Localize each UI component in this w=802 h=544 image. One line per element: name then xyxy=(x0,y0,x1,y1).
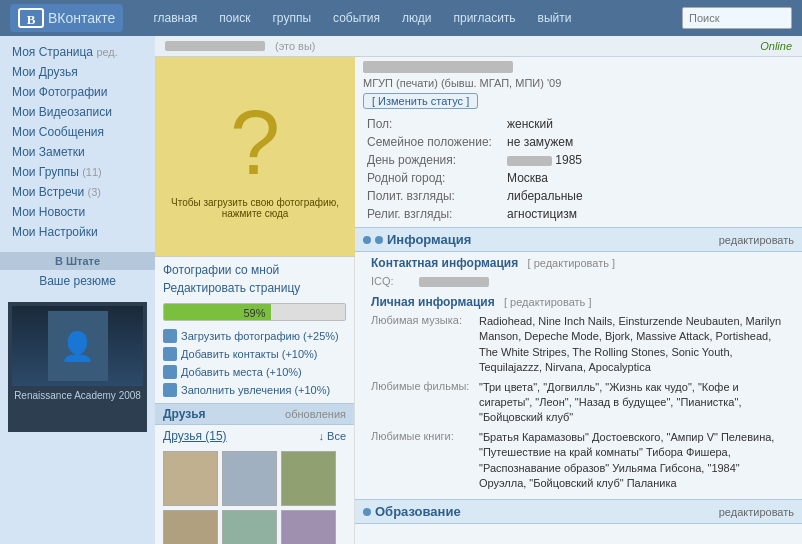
profile-photo-area[interactable]: ? Чтобы загрузить свою фотографию, нажми… xyxy=(155,57,355,257)
music-row: Любимая музыка: Radiohead, Nine Inch Nai… xyxy=(371,312,786,378)
education-section-title: Образование xyxy=(363,504,461,519)
sidebar-status-section: В Штате Ваше резюме xyxy=(0,242,155,296)
personal-edit[interactable]: [ редактировать ] xyxy=(504,296,591,308)
sidebar-resume-link[interactable]: Ваше резюме xyxy=(0,272,155,290)
friend-thumb-4[interactable] xyxy=(163,510,218,544)
nav-search[interactable]: поиск xyxy=(209,3,260,33)
friends-thumbs xyxy=(155,447,354,510)
films-row: Любимые фильмы: "Три цвета", "Догвилль",… xyxy=(371,378,786,428)
logo: В ВКонтакте xyxy=(0,4,133,32)
upload-hint: Чтобы загрузить свою фотографию, нажмите… xyxy=(155,195,355,221)
friend-thumb-1[interactable] xyxy=(163,451,218,506)
basic-info-table: Пол: женский Семейное положение: не заму… xyxy=(363,115,794,223)
info-edit-link[interactable]: редактировать xyxy=(719,234,794,246)
sidebar-ad: 👤 Renaissance Academy 2008 xyxy=(8,302,147,432)
task-list: Загрузить фотографию (+25%) Добавить кон… xyxy=(163,327,346,399)
icq-row: ICQ: xyxy=(371,273,786,289)
progress-label: 59% xyxy=(164,304,345,321)
nav-events[interactable]: события xyxy=(323,3,390,33)
city-label: Родной город: xyxy=(363,169,503,187)
films-value: "Три цвета", "Догвилль", "Жизнь как чудо… xyxy=(479,380,786,426)
ad-image: 👤 xyxy=(12,306,143,386)
profile-top-bar: (это вы) Online xyxy=(155,36,802,57)
sidebar-item-photos[interactable]: Мои Фотографии xyxy=(0,82,155,102)
profile-right-col: МГУП (печати) (бывш. МГАП, МПИ) '09 [ Из… xyxy=(355,57,802,544)
birthday-year: 1985 xyxy=(555,153,582,167)
friends-all[interactable]: ↓ Все xyxy=(318,430,346,442)
task-contacts: Добавить контакты (+10%) xyxy=(163,345,346,363)
search-input[interactable] xyxy=(682,7,792,29)
sidebar-item-notes[interactable]: Мои Заметки xyxy=(0,142,155,162)
profile-left-col: ? Чтобы загрузить свою фотографию, нажми… xyxy=(155,57,355,544)
books-value: "Братья Карамазовы" Достоевского, "Ампир… xyxy=(479,430,786,492)
education-section-header: Образование редактировать xyxy=(355,499,802,524)
edu-info: МГУП (печати) (бывш. МГАП, МПИ) '09 xyxy=(363,77,794,89)
sidebar-item-videos[interactable]: Мои Видеозаписи xyxy=(0,102,155,122)
nav-groups[interactable]: группы xyxy=(262,3,321,33)
nav-home[interactable]: главная xyxy=(143,3,207,33)
books-row: Любимые книги: "Братья Карамазовы" Досто… xyxy=(371,428,786,494)
nav-invite[interactable]: пригласить xyxy=(443,3,525,33)
family-label: Семейное положение: xyxy=(363,133,503,151)
photo-placeholder-icon: ? xyxy=(230,92,280,195)
films-label: Любимые фильмы: xyxy=(371,380,471,426)
profile-body: ? Чтобы загрузить свою фотографию, нажми… xyxy=(155,57,802,544)
friend-thumb-2[interactable] xyxy=(222,451,277,506)
friends-section-title: Друзья xyxy=(163,407,206,421)
profile-name-blurred xyxy=(165,41,265,51)
sidebar: Моя Страница ред. Мои Друзья Мои Фотогра… xyxy=(0,36,155,544)
contact-subtitle: Контактная информация xyxy=(371,256,518,270)
main-layout: Моя Страница ред. Мои Друзья Мои Фотогра… xyxy=(0,36,802,544)
ad-figure: 👤 xyxy=(48,311,108,381)
sidebar-item-settings[interactable]: Мои Настройки xyxy=(0,222,155,242)
contact-edit[interactable]: [ редактировать ] xyxy=(528,257,615,269)
city-value: Москва xyxy=(503,169,794,187)
relig-value: агностицизм xyxy=(503,205,794,223)
nav-people[interactable]: люди xyxy=(392,3,441,33)
friends-section-header: Друзья обновления xyxy=(155,403,354,425)
birthday-blur xyxy=(507,156,552,166)
info-section-title: Информация xyxy=(363,232,471,247)
education-icon xyxy=(363,508,371,516)
friend-thumb-6[interactable] xyxy=(281,510,336,544)
logo-text: ВКонтакте xyxy=(48,10,115,26)
online-status: Online xyxy=(760,40,792,52)
sidebar-item-messages[interactable]: Мои Сообщения xyxy=(0,122,155,142)
friend-thumb-3[interactable] xyxy=(281,451,336,506)
home-task-icon xyxy=(163,365,177,379)
photos-with-me-link[interactable]: Фотографии со мной xyxy=(163,261,346,279)
profile-you-tag: (это вы) xyxy=(275,40,316,52)
icq-label: ICQ: xyxy=(371,275,411,287)
info-section-header: Информация редактировать xyxy=(355,227,802,252)
content-area: (это вы) Online ? Чтобы загрузить свою ф… xyxy=(155,36,802,544)
sidebar-item-mypage[interactable]: Моя Страница ред. xyxy=(0,42,155,62)
gender-label: Пол: xyxy=(363,115,503,133)
books-label: Любимые книги: xyxy=(371,430,471,492)
vk-logo: В ВКонтакте xyxy=(10,4,123,32)
sidebar-item-news[interactable]: Мои Новости xyxy=(0,202,155,222)
sidebar-item-events[interactable]: Мои Встречи (3) xyxy=(0,182,155,202)
sidebar-item-groups[interactable]: Мои Группы (11) xyxy=(0,162,155,182)
photo-task-icon xyxy=(163,329,177,343)
status-edit-button[interactable]: [ Изменить статус ] xyxy=(363,93,478,109)
gender-value: женский xyxy=(503,115,794,133)
friends-updates: обновления xyxy=(285,408,346,420)
friends-count[interactable]: Друзья (15) xyxy=(163,429,227,443)
status-edit-container: [ Изменить статус ] xyxy=(363,93,794,109)
progress-bar: 59% xyxy=(163,303,346,321)
birthday-label: День рождения: xyxy=(363,151,503,169)
progress-wrap: 59% xyxy=(163,303,346,321)
search-box xyxy=(682,7,792,29)
education-edit-link[interactable]: редактировать xyxy=(719,506,794,518)
sidebar-item-friends[interactable]: Мои Друзья xyxy=(0,62,155,82)
nav-logout[interactable]: выйти xyxy=(528,3,582,33)
friends-count-row: Друзья (15) ↓ Все xyxy=(155,425,354,447)
relig-label: Религ. взгляды: xyxy=(363,205,503,223)
friend-thumb-5[interactable] xyxy=(222,510,277,544)
profile-actions: Фотографии со мной Редактировать страниц… xyxy=(155,257,354,403)
task-places: Добавить места (+10%) xyxy=(163,363,346,381)
edit-page-link[interactable]: Редактировать страницу xyxy=(163,279,346,297)
birthday-value: 1985 xyxy=(503,151,794,169)
info-section-icon xyxy=(375,236,383,244)
polit-value: либеральные xyxy=(503,187,794,205)
